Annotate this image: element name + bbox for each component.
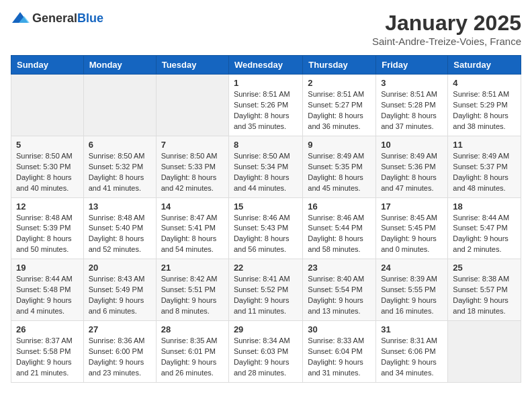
day-info: Sunrise: 8:50 AM Sunset: 5:30 PM Dayligh… (16, 151, 79, 194)
day-number: 17 (381, 201, 443, 212)
location-title: Saint-Andre-Treize-Voies, France (372, 36, 521, 47)
calendar-cell: 15Sunrise: 8:46 AM Sunset: 5:43 PM Dayli… (228, 197, 302, 259)
day-number: 6 (89, 140, 151, 150)
calendar-week-row: 1Sunrise: 8:51 AM Sunset: 5:26 PM Daylig… (11, 75, 521, 136)
calendar-cell: 22Sunrise: 8:41 AM Sunset: 5:52 PM Dayli… (228, 259, 302, 321)
calendar-cell: 25Sunrise: 8:38 AM Sunset: 5:57 PM Dayli… (448, 259, 521, 321)
calendar-cell (83, 75, 156, 136)
col-header-friday: Friday (376, 56, 448, 75)
month-title: January 2025 (372, 11, 521, 36)
day-info: Sunrise: 8:38 AM Sunset: 5:57 PM Dayligh… (453, 274, 516, 317)
day-number: 29 (234, 324, 298, 334)
col-header-saturday: Saturday (448, 56, 521, 75)
day-number: 28 (161, 324, 224, 334)
day-info: Sunrise: 8:45 AM Sunset: 5:45 PM Dayligh… (381, 213, 443, 256)
calendar-cell: 31Sunrise: 8:31 AM Sunset: 6:06 PM Dayli… (376, 321, 448, 383)
day-number: 13 (89, 201, 151, 212)
calendar-cell: 19Sunrise: 8:44 AM Sunset: 5:48 PM Dayli… (11, 259, 84, 321)
calendar-cell: 16Sunrise: 8:46 AM Sunset: 5:44 PM Dayli… (303, 197, 376, 259)
calendar-week-row: 5Sunrise: 8:50 AM Sunset: 5:30 PM Daylig… (11, 136, 521, 197)
day-info: Sunrise: 8:37 AM Sunset: 5:58 PM Dayligh… (16, 336, 79, 379)
col-header-tuesday: Tuesday (156, 56, 228, 75)
calendar-week-row: 19Sunrise: 8:44 AM Sunset: 5:48 PM Dayli… (11, 259, 521, 321)
calendar-cell (11, 75, 84, 136)
calendar-cell (156, 75, 228, 136)
logo-icon (11, 11, 30, 26)
day-info: Sunrise: 8:42 AM Sunset: 5:51 PM Dayligh… (161, 274, 224, 317)
day-number: 4 (453, 78, 516, 88)
calendar-cell: 20Sunrise: 8:43 AM Sunset: 5:49 PM Dayli… (83, 259, 156, 321)
day-info: Sunrise: 8:36 AM Sunset: 6:00 PM Dayligh… (89, 336, 151, 379)
day-info: Sunrise: 8:44 AM Sunset: 5:48 PM Dayligh… (16, 274, 79, 317)
calendar-cell: 1Sunrise: 8:51 AM Sunset: 5:26 PM Daylig… (228, 75, 302, 136)
calendar-cell: 7Sunrise: 8:50 AM Sunset: 5:33 PM Daylig… (156, 136, 228, 197)
day-info: Sunrise: 8:34 AM Sunset: 6:03 PM Dayligh… (234, 336, 298, 379)
calendar-cell: 5Sunrise: 8:50 AM Sunset: 5:30 PM Daylig… (11, 136, 84, 197)
calendar-table: SundayMondayTuesdayWednesdayThursdayFrid… (11, 55, 521, 383)
calendar-cell: 9Sunrise: 8:49 AM Sunset: 5:35 PM Daylig… (303, 136, 376, 197)
day-info: Sunrise: 8:51 AM Sunset: 5:28 PM Dayligh… (381, 89, 443, 132)
day-number: 2 (308, 78, 371, 88)
day-info: Sunrise: 8:46 AM Sunset: 5:44 PM Dayligh… (308, 213, 371, 256)
calendar-cell: 12Sunrise: 8:48 AM Sunset: 5:39 PM Dayli… (11, 197, 84, 259)
day-info: Sunrise: 8:50 AM Sunset: 5:32 PM Dayligh… (89, 151, 151, 194)
day-number: 27 (89, 324, 151, 334)
calendar-header-row: SundayMondayTuesdayWednesdayThursdayFrid… (11, 56, 521, 75)
day-info: Sunrise: 8:46 AM Sunset: 5:43 PM Dayligh… (234, 213, 298, 256)
logo-blue: Blue (77, 11, 103, 25)
day-info: Sunrise: 8:50 AM Sunset: 5:33 PM Dayligh… (161, 151, 224, 194)
calendar-cell: 8Sunrise: 8:50 AM Sunset: 5:34 PM Daylig… (228, 136, 302, 197)
day-number: 3 (381, 78, 443, 88)
day-number: 8 (234, 140, 298, 150)
day-info: Sunrise: 8:48 AM Sunset: 5:40 PM Dayligh… (89, 213, 151, 256)
day-number: 23 (308, 263, 371, 273)
calendar-cell (448, 321, 521, 383)
day-number: 30 (308, 324, 371, 334)
day-info: Sunrise: 8:39 AM Sunset: 5:55 PM Dayligh… (381, 274, 443, 317)
day-number: 1 (234, 78, 298, 88)
day-number: 12 (16, 201, 79, 212)
calendar-cell: 17Sunrise: 8:45 AM Sunset: 5:45 PM Dayli… (376, 197, 448, 259)
calendar-cell: 18Sunrise: 8:44 AM Sunset: 5:47 PM Dayli… (448, 197, 521, 259)
day-info: Sunrise: 8:33 AM Sunset: 6:04 PM Dayligh… (308, 336, 371, 379)
col-header-sunday: Sunday (11, 56, 84, 75)
calendar-cell: 11Sunrise: 8:49 AM Sunset: 5:37 PM Dayli… (448, 136, 521, 197)
day-number: 10 (381, 140, 443, 150)
day-info: Sunrise: 8:48 AM Sunset: 5:39 PM Dayligh… (16, 213, 79, 256)
day-info: Sunrise: 8:51 AM Sunset: 5:27 PM Dayligh… (308, 89, 371, 132)
logo: GeneralBlue (11, 11, 103, 26)
col-header-thursday: Thursday (303, 56, 376, 75)
calendar-cell: 6Sunrise: 8:50 AM Sunset: 5:32 PM Daylig… (83, 136, 156, 197)
day-info: Sunrise: 8:51 AM Sunset: 5:29 PM Dayligh… (453, 89, 516, 132)
day-number: 20 (89, 263, 151, 273)
title-block: January 2025 Saint-Andre-Treize-Voies, F… (372, 11, 521, 47)
day-number: 22 (234, 263, 298, 273)
day-info: Sunrise: 8:50 AM Sunset: 5:34 PM Dayligh… (234, 151, 298, 194)
day-info: Sunrise: 8:49 AM Sunset: 5:36 PM Dayligh… (381, 151, 443, 194)
calendar-cell: 23Sunrise: 8:40 AM Sunset: 5:54 PM Dayli… (303, 259, 376, 321)
calendar-cell: 4Sunrise: 8:51 AM Sunset: 5:29 PM Daylig… (448, 75, 521, 136)
day-number: 21 (161, 263, 224, 273)
day-number: 24 (381, 263, 443, 273)
day-number: 15 (234, 201, 298, 212)
calendar-cell: 29Sunrise: 8:34 AM Sunset: 6:03 PM Dayli… (228, 321, 302, 383)
day-number: 14 (161, 201, 224, 212)
day-number: 26 (16, 324, 79, 334)
day-info: Sunrise: 8:47 AM Sunset: 5:41 PM Dayligh… (161, 213, 224, 256)
calendar-cell: 27Sunrise: 8:36 AM Sunset: 6:00 PM Dayli… (83, 321, 156, 383)
calendar-cell: 13Sunrise: 8:48 AM Sunset: 5:40 PM Dayli… (83, 197, 156, 259)
day-info: Sunrise: 8:40 AM Sunset: 5:54 PM Dayligh… (308, 274, 371, 317)
day-number: 5 (16, 140, 79, 150)
day-info: Sunrise: 8:31 AM Sunset: 6:06 PM Dayligh… (381, 336, 443, 379)
logo-general: General (32, 11, 77, 25)
day-number: 19 (16, 263, 79, 273)
day-info: Sunrise: 8:49 AM Sunset: 5:35 PM Dayligh… (308, 151, 371, 194)
day-number: 25 (453, 263, 516, 273)
day-number: 18 (453, 201, 516, 212)
day-info: Sunrise: 8:41 AM Sunset: 5:52 PM Dayligh… (234, 274, 298, 317)
day-info: Sunrise: 8:51 AM Sunset: 5:26 PM Dayligh… (234, 89, 298, 132)
calendar-cell: 21Sunrise: 8:42 AM Sunset: 5:51 PM Dayli… (156, 259, 228, 321)
day-number: 7 (161, 140, 224, 150)
calendar-cell: 30Sunrise: 8:33 AM Sunset: 6:04 PM Dayli… (303, 321, 376, 383)
calendar-week-row: 12Sunrise: 8:48 AM Sunset: 5:39 PM Dayli… (11, 197, 521, 259)
